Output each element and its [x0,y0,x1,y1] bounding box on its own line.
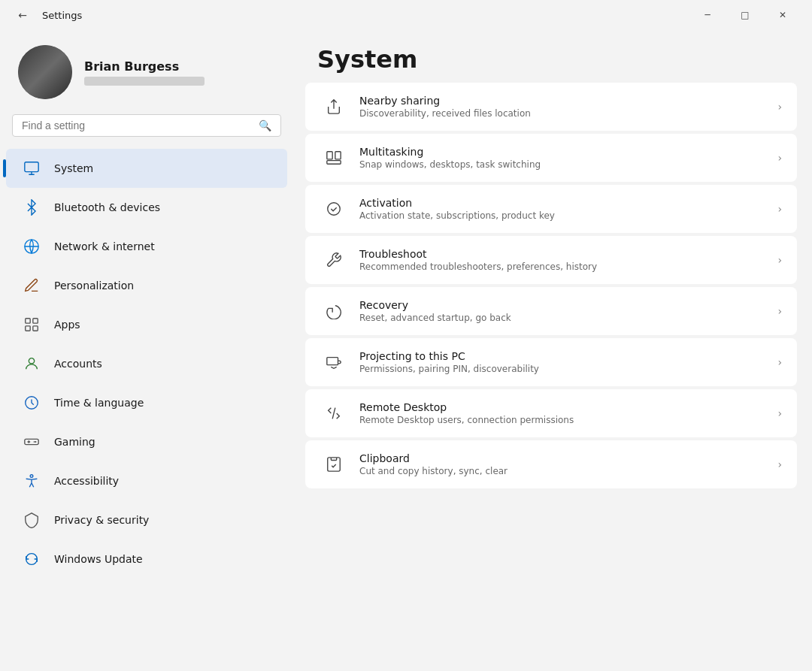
title-bar: ← Settings ─ □ ✕ [0,0,812,30]
troubleshoot-text: TroubleshootRecommended troubleshooters,… [359,248,765,272]
search-icon: 🔍 [259,119,271,131]
sidebar-item-label-personalization: Personalization [54,280,134,292]
gaming-icon [21,431,42,452]
user-name: Brian Burgess [84,59,205,74]
nearby-sharing-title: Nearby sharing [359,95,765,107]
activation-title: Activation [359,197,765,209]
window-controls: ─ □ ✕ [690,4,800,26]
search-container: 🔍 [0,114,293,149]
sidebar-item-label-apps: Apps [54,319,80,331]
troubleshoot-title: Troubleshoot [359,248,765,260]
sidebar-item-update[interactable]: Windows Update [6,540,287,579]
multitasking-icon [320,144,347,171]
sidebar-item-label-network: Network & internet [54,240,155,252]
sidebar-item-accessibility[interactable]: Accessibility [6,461,287,500]
svg-rect-1 [26,319,30,323]
setting-item-recovery[interactable]: RecoveryReset, advanced startup, go back… [305,287,797,335]
sidebar-item-label-privacy: Privacy & security [54,514,149,526]
setting-item-projecting[interactable]: Projecting to this PCPermissions, pairin… [305,338,797,386]
sidebar-item-bluetooth[interactable]: Bluetooth & devices [6,188,287,227]
sidebar-item-label-time: Time & language [54,397,144,409]
multitasking-arrow-icon: › [777,152,782,164]
setting-item-remote-desktop[interactable]: Remote DesktopRemote Desktop users, conn… [305,389,797,437]
activation-arrow-icon: › [777,203,782,215]
activation-desc: Activation state, subscriptions, product… [359,210,765,221]
clipboard-icon [320,451,347,478]
accessibility-icon [21,470,42,491]
setting-item-troubleshoot[interactable]: TroubleshootRecommended troubleshooters,… [305,236,797,284]
search-input[interactable] [22,119,253,131]
troubleshoot-icon [320,246,347,274]
projecting-desc: Permissions, pairing PIN, discoverabilit… [359,364,765,374]
activation-icon [320,195,347,222]
sidebar-item-label-update: Windows Update [54,553,143,565]
svg-rect-8 [327,152,332,159]
main-content: System Nearby sharingDiscoverability, re… [293,30,812,671]
update-icon [21,549,42,570]
svg-rect-13 [331,458,336,461]
sidebar-item-gaming[interactable]: Gaming [6,422,287,461]
sidebar-item-apps[interactable]: Apps [6,305,287,344]
svg-rect-9 [335,152,341,159]
multitasking-title: Multitasking [359,146,765,158]
multitasking-desc: Snap windows, desktops, task switching [359,159,765,170]
sidebar-item-label-accounts: Accounts [54,358,102,370]
sidebar-item-label-system: System [54,162,93,174]
svg-rect-12 [327,358,338,365]
settings-list: Nearby sharingDiscoverability, received … [305,83,800,659]
bluetooth-icon [21,197,42,218]
user-profile[interactable]: Brian Burgess [0,30,293,114]
app-body: Brian Burgess 🔍 SystemBluetooth & device… [0,30,812,671]
sidebar-item-accounts[interactable]: Accounts [6,344,287,383]
user-email-redacted [84,77,205,86]
apps-icon [21,314,42,335]
setting-item-nearby-sharing[interactable]: Nearby sharingDiscoverability, received … [305,83,797,131]
projecting-title: Projecting to this PC [359,350,765,362]
clipboard-arrow-icon: › [777,458,782,470]
time-icon [21,392,42,413]
setting-item-activation[interactable]: ActivationActivation state, subscription… [305,185,797,233]
page-title: System [305,30,800,83]
sidebar-item-time[interactable]: Time & language [6,383,287,422]
sidebar: Brian Burgess 🔍 SystemBluetooth & device… [0,30,293,671]
maximize-button[interactable]: □ [728,4,762,26]
svg-point-5 [29,358,34,364]
setting-item-multitasking[interactable]: MultitaskingSnap windows, desktops, task… [305,134,797,182]
back-button[interactable]: ← [12,5,33,26]
svg-rect-4 [33,326,38,331]
title-bar-left: ← Settings [12,5,82,26]
remote-desktop-arrow-icon: › [777,407,782,419]
nearby-sharing-icon [320,93,347,120]
avatar [18,45,72,99]
sidebar-item-label-gaming: Gaming [54,436,95,448]
nearby-sharing-text: Nearby sharingDiscoverability, received … [359,95,765,119]
svg-point-7 [30,475,33,478]
sidebar-item-label-bluetooth: Bluetooth & devices [54,201,160,213]
sidebar-item-system[interactable]: System [6,149,287,188]
sidebar-item-personalization[interactable]: Personalization [6,266,287,305]
troubleshoot-desc: Recommended troubleshooters, preferences… [359,261,765,272]
sidebar-item-network[interactable]: Network & internet [6,227,287,266]
remote-desktop-title: Remote Desktop [359,401,765,413]
search-box[interactable]: 🔍 [12,114,281,137]
avatar-image [18,45,72,99]
sidebar-item-privacy[interactable]: Privacy & security [6,500,287,540]
svg-rect-0 [25,162,38,172]
svg-rect-3 [26,326,30,331]
personalization-icon [21,275,42,296]
sidebar-item-label-accessibility: Accessibility [54,475,119,487]
setting-item-clipboard[interactable]: ClipboardCut and copy history, sync, cle… [305,440,797,488]
user-info: Brian Burgess [84,59,205,86]
close-button[interactable]: ✕ [765,4,800,26]
nearby-sharing-desc: Discoverability, received files location [359,108,765,119]
nav-list: SystemBluetooth & devicesNetwork & inter… [0,149,293,579]
troubleshoot-arrow-icon: › [777,254,782,266]
activation-text: ActivationActivation state, subscription… [359,197,765,221]
minimize-button[interactable]: ─ [690,4,725,26]
remote-desktop-desc: Remote Desktop users, connection permiss… [359,415,765,425]
network-icon [21,236,42,257]
system-icon [21,158,42,179]
multitasking-text: MultitaskingSnap windows, desktops, task… [359,146,765,170]
clipboard-title: Clipboard [359,452,765,464]
svg-rect-2 [33,319,38,323]
